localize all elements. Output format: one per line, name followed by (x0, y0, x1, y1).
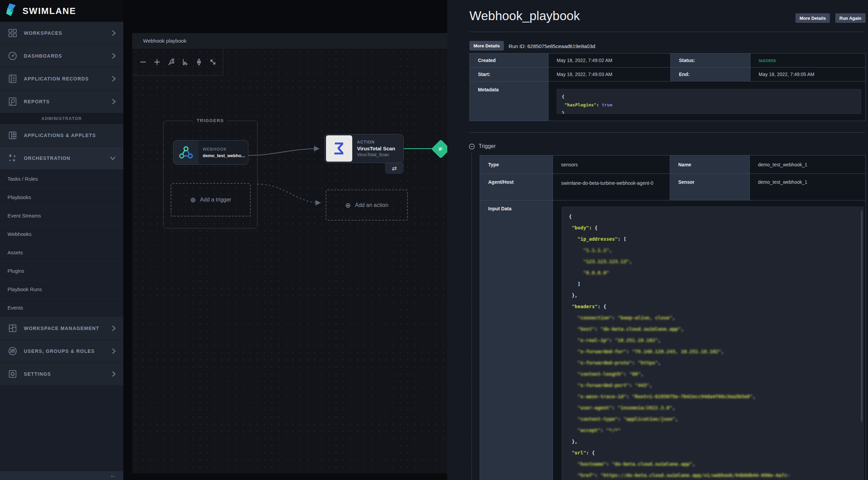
sidebar-item-reports[interactable]: REPORTS (0, 90, 123, 113)
sidebar-item-playbook-runs[interactable]: Playbook Runs (0, 280, 123, 299)
code-line: { (569, 211, 863, 222)
sidebar-item-event-streams[interactable]: Event Streams (0, 207, 123, 225)
input-data-code-block: { "body": { "ip_addresses": [ "1.1.1.1",… (562, 207, 864, 480)
if-condition-node[interactable]: IF (431, 139, 447, 159)
logo-bar[interactable]: SWIMLANE (0, 0, 123, 22)
sidebar-subitem-label: Playbooks (7, 194, 31, 200)
add-trigger-label: Add a trigger (200, 197, 231, 203)
more-details-badge[interactable]: More Details (469, 41, 504, 50)
zoom-in-icon[interactable] (153, 58, 161, 66)
sidebar-item-webhooks[interactable]: Webhooks (0, 225, 123, 243)
code-line: "x-forwarded-for": "79.140.120.243, 10.2… (569, 346, 863, 357)
sidebar-item-events[interactable]: Events (0, 299, 123, 317)
sidebar-item-dashboards[interactable]: DASHBOARDS (0, 45, 123, 68)
section-connector-line (471, 152, 472, 480)
sidebar-subitem-label: Plugins (7, 268, 24, 274)
code-line: { (562, 93, 856, 101)
code-line: "content-type": "application/json", (569, 414, 863, 425)
node-title: demo_test_webho... (203, 153, 248, 158)
sidebar-subitem-label: Event Streams (7, 213, 41, 219)
sidebar-subitem-label: Tasks / Rules (7, 176, 38, 182)
code-line: "headers": { (569, 301, 863, 312)
chevron-right-icon (112, 371, 116, 377)
sidebar-item-application-records[interactable]: APPLICATION RECORDS (0, 68, 123, 90)
sensor-label: Sensor (670, 174, 750, 200)
sidebar-item-label: WORKSPACE MANAGEMENT (24, 326, 112, 331)
sidebar-item-label: USERS, GROUPS & ROLES (24, 348, 112, 354)
sidebar-item-playbooks[interactable]: Playbooks (0, 188, 123, 207)
branch-connector-icon[interactable] (167, 58, 175, 66)
sidebar-item-label: DASHBOARDS (24, 53, 112, 59)
end-label: End: (671, 68, 750, 81)
code-line: "href": "https://do-beta.cloud.swimlane.… (569, 470, 863, 480)
sidebar-item-applications-applets[interactable]: APPLICATIONS & APPLETS (0, 124, 123, 147)
sidebar-subitem-label: Webhooks (7, 231, 32, 237)
sidebar-item-orchestration[interactable]: ORCHESTRATION (0, 147, 123, 170)
webhook-icon (173, 140, 199, 164)
virustotal-icon: Σ (326, 135, 352, 162)
name-label: Name (670, 155, 750, 174)
add-action-button[interactable]: ⊕ Add an action (326, 190, 408, 221)
playbook-canvas[interactable]: TRIGGERS (132, 48, 447, 474)
run-again-button[interactable]: Run Again (835, 13, 866, 23)
plus-circle-icon: ⊕ (190, 196, 196, 204)
reports-icon (7, 96, 18, 107)
collapse-section-icon[interactable] (469, 144, 475, 151)
fit-expand-icon[interactable] (209, 58, 217, 66)
sidebar-subitem-label: Events (7, 305, 23, 311)
agent-host-value: swimlane-do-beta-turbine-webhook-agent-0 (553, 174, 670, 200)
center-target-icon[interactable] (195, 58, 203, 66)
status-value: success (750, 54, 866, 68)
code-line: "url": { (569, 447, 863, 459)
code-line: "123.123.123.13", (569, 256, 863, 267)
canvas-titlebar: Webhook playbook (132, 33, 447, 48)
chevron-right-icon (112, 325, 116, 331)
workspace-management-icon (7, 323, 18, 333)
code-line: "x-forwarded-proto": "https", (569, 357, 863, 369)
status-label: Status: (671, 54, 750, 68)
name-value: demo_test_webhook_1 (750, 155, 866, 174)
code-line: }, (569, 290, 863, 301)
sidebar-item-users-groups-roles[interactable]: USERS, GROUPS & ROLES (0, 340, 123, 363)
sidebar-item-assets[interactable]: Assets (0, 243, 123, 262)
sidebar-subitem-label: Assets (7, 250, 23, 255)
collapse-sidebar-arrow-icon[interactable]: ← (110, 472, 116, 479)
sidebar-item-label: REPORTS (24, 99, 112, 104)
sidebar-item-label: APPLICATIONS & APPLETS (24, 133, 123, 138)
sidebar-item-workspaces[interactable]: WORKSPACES (0, 22, 123, 45)
more-details-button[interactable]: More Details (795, 13, 830, 23)
connector-lines (132, 48, 447, 474)
node-kind-label: WEBHOOK (203, 147, 248, 152)
applications-applets-icon (7, 130, 18, 140)
section-label: ADMINISTRATOR (41, 116, 82, 121)
orchestration-sparkles-icon (7, 153, 18, 163)
sidebar-subitem-label: Playbook Runs (7, 286, 42, 292)
node-subtitle: VirusTotal_Scan (357, 152, 403, 157)
sidebar-item-label: ORCHESTRATION (24, 155, 110, 161)
triggers-group-label: TRIGGERS (193, 118, 228, 123)
action-loop-tab[interactable]: ⇄ (385, 163, 404, 174)
pointer-tool-icon[interactable] (181, 58, 189, 66)
sidebar-item-settings[interactable]: SETTINGS (0, 363, 123, 386)
chevron-right-icon (112, 348, 116, 354)
if-label: IF (439, 147, 443, 152)
application-records-icon (7, 74, 18, 84)
code-line: }, (569, 436, 863, 447)
sidebar-item-workspace-management[interactable]: WORKSPACE MANAGEMENT (0, 317, 123, 340)
metadata-value-cell: { "hasPlugins": true} (548, 81, 866, 121)
code-line: "connection": "keep-alive, close", (569, 312, 863, 324)
sidebar-item-plugins[interactable]: Plugins (0, 262, 123, 280)
swimlane-logo-icon (5, 3, 18, 19)
add-trigger-button[interactable]: ⊕ Add a trigger (171, 183, 251, 216)
sidebar-section-administrator: ADMINISTRATOR (0, 113, 123, 124)
code-line: "hostname": "do-beta.cloud.swimlane.app"… (569, 459, 863, 470)
virustotal-action-node[interactable]: Σ ACTION VirusTotal Scan VirusTotal_Scan (324, 134, 404, 163)
created-label: Created (470, 54, 548, 68)
sidebar-item-tasks-rules[interactable]: Tasks / Rules (0, 170, 123, 188)
page-title: Webhook_playbook (469, 9, 580, 23)
zoom-out-icon[interactable] (139, 58, 147, 66)
webhook-trigger-node[interactable]: WEBHOOK demo_test_webho... (173, 140, 248, 165)
node-title: VirusTotal Scan (357, 146, 403, 151)
code-line: ] (569, 279, 863, 290)
chevron-right-icon (112, 76, 116, 82)
